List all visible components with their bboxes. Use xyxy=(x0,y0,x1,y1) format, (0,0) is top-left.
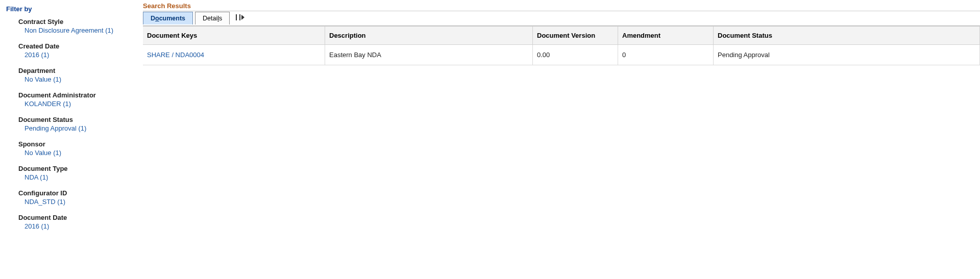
tab-strip: DocumentsDetails xyxy=(143,11,980,26)
facet-value[interactable]: Non Disclosure Agreement (1) xyxy=(24,27,138,34)
cell-status: Pending Approval xyxy=(714,45,980,65)
search-results-title: Search Results xyxy=(143,2,980,10)
facet-label: Created Date xyxy=(18,42,138,50)
facet-label: Document Type xyxy=(18,165,138,172)
tab-details[interactable]: Details xyxy=(195,12,230,24)
column-header[interactable]: Document Status xyxy=(714,27,980,45)
cell-amendment: 0 xyxy=(618,45,714,65)
column-header[interactable]: Amendment xyxy=(618,27,714,45)
facet-label: Configurator ID xyxy=(18,189,138,197)
document-key-link[interactable]: SHARE / NDA0004 xyxy=(147,51,204,59)
facet-label: Document Status xyxy=(18,116,138,123)
cell-description: Eastern Bay NDA xyxy=(325,45,533,65)
facet-label: Document Date xyxy=(18,214,138,221)
facet-value[interactable]: NDA_STD (1) xyxy=(24,198,138,206)
main-content: Search Results DocumentsDetails Document… xyxy=(143,0,980,243)
facet-value[interactable]: No Value (1) xyxy=(24,149,138,157)
results-table: Document KeysDescriptionDocument Version… xyxy=(143,26,980,65)
column-header[interactable]: Document Version xyxy=(533,27,618,45)
column-header[interactable]: Document Keys xyxy=(143,27,325,45)
filter-by-title: Filter by xyxy=(6,5,138,13)
facet-label: Document Administrator xyxy=(18,91,138,99)
facet-value[interactable]: 2016 (1) xyxy=(24,222,138,230)
facet-value[interactable]: NDA (1) xyxy=(24,173,138,181)
facet-value[interactable]: No Value (1) xyxy=(24,75,138,83)
facet-label: Sponsor xyxy=(18,140,138,148)
tab-documents[interactable]: Documents xyxy=(143,12,193,24)
cell-version: 0.00 xyxy=(533,45,618,65)
facet-value[interactable]: 2016 (1) xyxy=(24,51,138,59)
facet-value[interactable]: Pending Approval (1) xyxy=(24,124,138,132)
show-more-tabs-icon[interactable] xyxy=(232,12,249,23)
table-row: SHARE / NDA0004Eastern Bay NDA0.000Pendi… xyxy=(143,45,980,65)
column-header[interactable]: Description xyxy=(325,27,533,45)
facet-label: Contract Style xyxy=(18,18,138,26)
facet-label: Department xyxy=(18,67,138,74)
facet-value[interactable]: KOLANDER (1) xyxy=(24,100,138,108)
filter-sidebar: Filter by Contract StyleNon Disclosure A… xyxy=(0,0,143,243)
